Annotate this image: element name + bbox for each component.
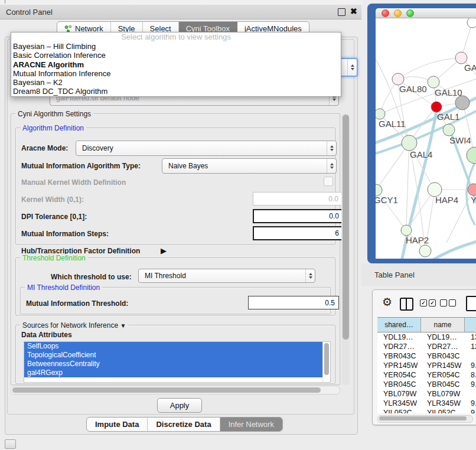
expanded-arrow-icon[interactable]: ▼: [120, 322, 126, 329]
bottom-tab-impute-data[interactable]: Impute Data: [87, 418, 148, 431]
network-node-gal10[interactable]: [428, 76, 439, 88]
table-cell: YPR145W: [421, 361, 465, 370]
mi-threshold-label: Mutual Information Threshold:: [26, 299, 128, 308]
table-cell: YIL052C: [421, 408, 465, 413]
network-window-titlebar[interactable]: [376, 8, 476, 18]
kernel-width-field[interactable]: 0.0: [253, 192, 343, 206]
node-label-gal4: GAL4: [410, 149, 432, 159]
column-header-name[interactable]: name: [421, 318, 465, 332]
which-threshold-value: MI Threshold: [139, 272, 305, 280]
network-node-y[interactable]: [468, 184, 476, 195]
table-horizontal-scrollbar[interactable]: [377, 415, 473, 423]
table-row[interactable]: YER054CYER054C8.: [377, 370, 476, 380]
table-row[interactable]: YIL052CYIL052C9.: [377, 408, 476, 413]
export-file-icon[interactable]: [466, 296, 476, 311]
settings-horizontal-scrollbar[interactable]: [11, 386, 340, 394]
bottom-tab-infer-network[interactable]: Infer Network: [220, 418, 282, 431]
scrollbar-thumb[interactable]: [12, 387, 321, 393]
attribute-item-betweennesscentrality[interactable]: BetweennessCentrality: [24, 360, 322, 369]
algorithm-definition-title: Algorithm Definition: [20, 124, 86, 132]
table-cell: YDL19…: [421, 332, 465, 342]
minimize-window-icon[interactable]: [394, 9, 402, 17]
table-row[interactable]: YBR043CYBR043C: [377, 351, 476, 361]
table-cell: YBR045C: [377, 380, 421, 389]
network-node-gal80[interactable]: [392, 73, 404, 85]
float-window-icon[interactable]: [338, 8, 345, 16]
zoom-window-icon[interactable]: [406, 9, 414, 17]
panel-grip-button[interactable]: [5, 439, 16, 449]
aracne-mode-combo[interactable]: Discovery: [76, 141, 337, 156]
scrollbar-thumb[interactable]: [343, 115, 349, 340]
table-cell: 13: [465, 332, 476, 342]
node-label-gal: GAL: [464, 63, 476, 73]
which-threshold-combo[interactable]: MI Threshold: [138, 269, 315, 283]
network-node[interactable]: [467, 18, 476, 28]
gear-icon[interactable]: ⚙: [382, 296, 392, 308]
table-row[interactable]: YDR27…YDR27…12: [377, 342, 476, 351]
table-row[interactable]: YBL079WYBL079W: [377, 389, 476, 399]
network-canvas[interactable]: GALGAL80GAL10GAL1GAL11SWI4GAL4GCY1HAP4YH…: [376, 18, 476, 259]
data-attributes-label: Data Attributes: [21, 331, 72, 339]
table-row[interactable]: YBR045CYBR045C9.: [377, 380, 476, 389]
network-node[interactable]: [455, 96, 470, 110]
select-all-checkboxes-icon[interactable]: ✓ ✓: [420, 299, 436, 306]
mi-steps-field[interactable]: 6: [253, 226, 344, 240]
mi-type-combo[interactable]: Naive Bayes: [162, 158, 337, 174]
manual-kernel-checkbox[interactable]: [324, 177, 333, 186]
network-node[interactable]: [467, 147, 476, 164]
network-node[interactable]: [419, 245, 431, 257]
algorithm-option-bayesian-k2[interactable]: Bayesian – K2: [11, 78, 341, 87]
attribute-item-gal4rgexp[interactable]: gal4RGexp: [24, 369, 322, 377]
attribute-item-selfloops[interactable]: SelfLoops: [24, 342, 322, 351]
table-cell: 9.: [465, 408, 476, 413]
network-node-gal4[interactable]: [402, 135, 417, 151]
network-node-gal[interactable]: [455, 52, 467, 64]
app-root: Control Panel ✖ NetworkStyleSelectCyni T…: [0, 0, 476, 450]
column-header-shared[interactable]: shared…: [377, 318, 421, 332]
table-row[interactable]: YLR345WYLR345W9.: [377, 399, 476, 408]
algorithm-option-mutual-information-inference[interactable]: Mutual Information Inference: [11, 69, 341, 78]
table-cell: YBR045C: [421, 380, 465, 389]
table-cell: [465, 351, 476, 361]
dpi-tolerance-label: DPI Tolerance [0,1]:: [21, 213, 87, 221]
dpi-tolerance-field[interactable]: 0.0: [253, 209, 344, 223]
algorithm-option-aracne-algorithm[interactable]: ARACNE Algorithm: [11, 60, 341, 69]
settings-vertical-scrollbar[interactable]: [341, 113, 350, 385]
bottom-tab-bar: Impute DataDiscretize DataInfer Network: [86, 417, 283, 432]
control-panel-title: Control Panel: [6, 8, 53, 17]
close-icon[interactable]: ✖: [350, 6, 357, 16]
table-panel: ⚙ ✓ ✓ shared…nameA YDL19…YDL19…13YDR27…Y…: [372, 289, 476, 425]
sources-group-title[interactable]: Sources for Network Inference ▼: [20, 321, 128, 330]
scrollbar-thumb[interactable]: [324, 343, 329, 375]
collapsed-arrow-icon[interactable]: ▶: [161, 246, 167, 255]
bottom-tab-discretize-data[interactable]: Discretize Data: [148, 418, 220, 431]
which-threshold-label: Which threshold to use:: [51, 273, 132, 281]
column-header-a[interactable]: A: [465, 318, 476, 332]
table-row[interactable]: YDL19…YDL19…13: [377, 332, 476, 342]
network-node-gal1[interactable]: [431, 102, 442, 112]
data-attributes-list[interactable]: SelfLoopsTopologicalCoefficientBetweenne…: [24, 341, 331, 383]
mi-threshold-field[interactable]: 0.5: [248, 296, 339, 309]
network-node-swi4[interactable]: [443, 124, 455, 136]
table-row[interactable]: YPR145WYPR145W9.: [377, 361, 476, 370]
node-label-hap4: HAP4: [435, 195, 458, 205]
columns-icon[interactable]: [400, 298, 413, 311]
algorithm-option-dream8-dc-tdc-algorithm[interactable]: Dream8 DC_TDC Algorithm: [11, 87, 341, 96]
scrollbar-thumb[interactable]: [379, 416, 467, 420]
network-node-hap2[interactable]: [401, 225, 412, 236]
node-label-gal10: GAL10: [435, 87, 462, 97]
dropdown-placeholder: Select algorithm to view settings: [11, 32, 341, 42]
deselect-all-checkboxes-icon[interactable]: [440, 299, 456, 306]
table-cell: 8.: [465, 370, 476, 380]
network-node-gal11[interactable]: [376, 109, 385, 119]
close-window-icon[interactable]: [382, 9, 389, 17]
network-node-gcy1[interactable]: [376, 184, 382, 196]
algorithm-option-basic-correlation-inference[interactable]: Basic Correlation Inference: [11, 51, 341, 60]
algorithm-option-bayesian-hill-climbing[interactable]: Bayesian – Hill Climbing: [11, 42, 341, 51]
attributes-scrollbar[interactable]: [322, 342, 330, 382]
attribute-item-topologicalcoefficient[interactable]: TopologicalCoefficient: [24, 351, 322, 360]
apply-button[interactable]: Apply: [157, 398, 202, 413]
node-label-gal80: GAL80: [399, 84, 427, 94]
table-cell: YLR345W: [377, 399, 421, 408]
algorithm-dropdown: Select algorithm to view settings Bayesi…: [11, 32, 341, 97]
